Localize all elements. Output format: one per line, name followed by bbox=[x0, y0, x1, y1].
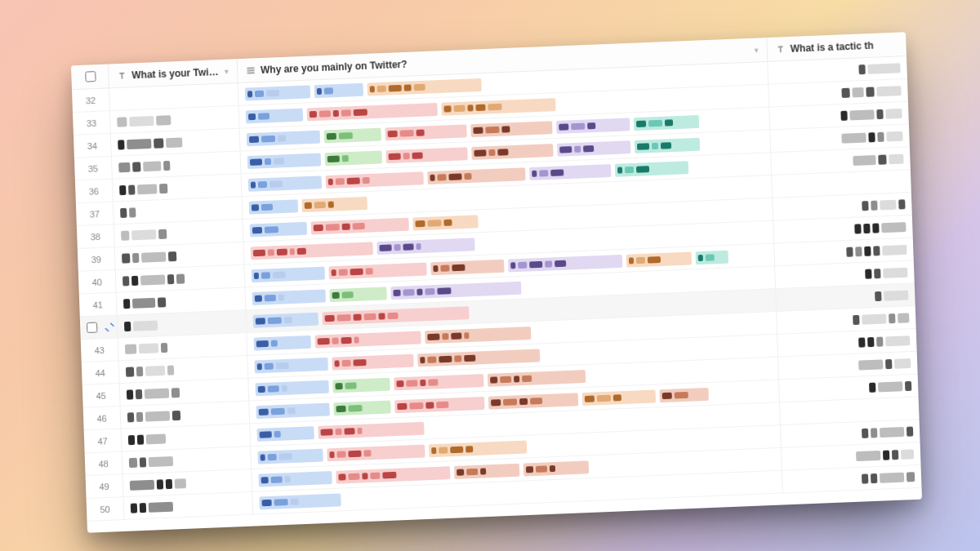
tag-chip-green[interactable] bbox=[332, 377, 390, 393]
tag-chip-pink[interactable] bbox=[251, 242, 373, 260]
row-number-cell[interactable]: 40 bbox=[78, 270, 117, 294]
row-number-cell[interactable]: 37 bbox=[76, 202, 114, 225]
tag-chip-violet[interactable] bbox=[529, 164, 611, 180]
tag-chip-pink[interactable] bbox=[326, 171, 424, 189]
redacted-text bbox=[140, 503, 146, 513]
tag-chip-pink[interactable] bbox=[327, 444, 425, 461]
redacted-text bbox=[412, 152, 422, 158]
redacted-text bbox=[251, 181, 256, 188]
select-all-header[interactable] bbox=[71, 64, 109, 90]
row-number-cell[interactable]: 34 bbox=[74, 134, 112, 158]
tag-chip-rust[interactable] bbox=[417, 349, 540, 367]
tag-chip-blue[interactable] bbox=[256, 426, 314, 442]
tag-chip-blue[interactable] bbox=[253, 312, 318, 327]
tag-chip-rust[interactable] bbox=[488, 393, 578, 409]
tag-chip-rust[interactable] bbox=[454, 463, 519, 478]
cell-handle[interactable] bbox=[122, 447, 252, 473]
tag-chip-blue[interactable] bbox=[252, 266, 325, 282]
tag-chip-pink[interactable] bbox=[318, 421, 424, 438]
tag-chip-pink[interactable] bbox=[385, 147, 467, 163]
tag-chip-violet[interactable] bbox=[376, 238, 474, 255]
tag-chip-pink[interactable] bbox=[322, 306, 469, 325]
tag-chip-violet[interactable] bbox=[556, 118, 630, 134]
tag-chip-blue[interactable] bbox=[246, 108, 303, 123]
tag-chip-green[interactable] bbox=[324, 127, 381, 143]
tag-chip-violet[interactable] bbox=[557, 140, 630, 157]
tag-chip-blue[interactable] bbox=[247, 130, 320, 146]
redacted-text bbox=[333, 109, 339, 116]
tag-chip-pink[interactable] bbox=[328, 262, 426, 279]
chevron-down-icon[interactable]: ▾ bbox=[750, 46, 759, 54]
tag-chip-orange[interactable] bbox=[582, 389, 656, 406]
row-number-cell[interactable]: 36 bbox=[75, 180, 114, 203]
tag-chip-pink[interactable] bbox=[394, 374, 483, 390]
row-number-cell[interactable]: 46 bbox=[83, 407, 122, 430]
tag-chip-blue[interactable] bbox=[257, 448, 323, 464]
tag-chip-blue[interactable] bbox=[258, 471, 332, 487]
tag-chip-blue[interactable] bbox=[248, 176, 322, 192]
select-all-checkbox[interactable] bbox=[85, 71, 96, 82]
tag-chip-pink[interactable] bbox=[307, 103, 438, 121]
tag-chip-pink[interactable] bbox=[311, 217, 409, 234]
tag-chip-rust[interactable] bbox=[430, 259, 504, 275]
row-number-cell[interactable]: 38 bbox=[77, 224, 115, 248]
tag-chip-pink[interactable] bbox=[385, 124, 466, 140]
row-number-cell[interactable]: 47 bbox=[84, 429, 122, 453]
tag-chip-rust[interactable] bbox=[659, 387, 708, 402]
tag-chip-violet[interactable] bbox=[508, 254, 622, 272]
tag-chip-teal[interactable] bbox=[696, 250, 728, 264]
tag-chip-blue[interactable] bbox=[247, 153, 321, 169]
tag-chip-blue[interactable] bbox=[314, 82, 363, 97]
row-number-cell[interactable]: 39 bbox=[78, 247, 116, 271]
tag-chip-rust[interactable] bbox=[523, 460, 589, 476]
tag-chip-pink[interactable] bbox=[314, 331, 421, 348]
tag-chip-rust[interactable] bbox=[488, 370, 586, 387]
cell-handle[interactable] bbox=[123, 469, 253, 496]
tag-chip-blue[interactable] bbox=[250, 221, 307, 237]
tag-chip-teal[interactable] bbox=[634, 114, 699, 130]
tag-chip-violet[interactable] bbox=[390, 281, 521, 299]
row-number-cell[interactable]: 35 bbox=[74, 157, 113, 180]
tag-chip-blue[interactable] bbox=[255, 380, 328, 396]
tag-chip-rust[interactable] bbox=[471, 144, 553, 160]
tag-chip-blue[interactable] bbox=[252, 289, 326, 305]
row-number-cell[interactable]: 41 bbox=[79, 293, 118, 317]
column-header-handle[interactable]: What is your Twitte… ▾ bbox=[109, 59, 238, 87]
tag-chip-pink[interactable] bbox=[336, 466, 450, 484]
tag-chip-orange[interactable] bbox=[412, 215, 478, 230]
tag-chip-orange[interactable] bbox=[626, 251, 692, 267]
tag-chip-rust[interactable] bbox=[470, 121, 552, 137]
column-header-tactic[interactable]: What is a tactic th bbox=[767, 32, 906, 61]
tag-chip-blue[interactable] bbox=[249, 199, 298, 214]
tag-chip-teal[interactable] bbox=[615, 161, 688, 177]
tag-chip-orange[interactable] bbox=[441, 98, 555, 116]
tag-chip-green[interactable] bbox=[329, 287, 386, 302]
tag-chip-orange[interactable] bbox=[302, 196, 368, 211]
tag-chip-orange[interactable] bbox=[367, 78, 481, 96]
expand-record-icon[interactable] bbox=[104, 322, 114, 331]
tag-chip-blue[interactable] bbox=[245, 85, 310, 100]
tag-chip-orange[interactable] bbox=[429, 440, 527, 457]
tag-chip-pink[interactable] bbox=[332, 353, 413, 370]
tag-chip-green[interactable] bbox=[333, 400, 390, 415]
tag-chip-blue[interactable] bbox=[254, 335, 311, 350]
tag-chip-green[interactable] bbox=[325, 150, 382, 166]
tag-chip-blue[interactable] bbox=[255, 357, 328, 373]
tag-chip-rust[interactable] bbox=[425, 327, 531, 344]
row-checkbox[interactable] bbox=[87, 322, 97, 333]
tag-chip-blue[interactable] bbox=[256, 402, 329, 419]
row-number-cell[interactable]: 44 bbox=[82, 361, 120, 384]
redacted-text bbox=[129, 457, 137, 467]
row-number-cell[interactable]: 45 bbox=[82, 384, 121, 407]
cell-handle[interactable] bbox=[122, 424, 252, 451]
redacted-text bbox=[443, 219, 452, 225]
tag-chip-blue[interactable] bbox=[259, 493, 341, 509]
row-number-cell[interactable]: 49 bbox=[86, 474, 124, 498]
row-number-cell[interactable] bbox=[80, 316, 118, 340]
tag-chip-teal[interactable] bbox=[635, 137, 700, 153]
row-number-cell[interactable]: 48 bbox=[85, 452, 123, 476]
row-number-cell[interactable]: 50 bbox=[87, 497, 125, 521]
tag-chip-pink[interactable] bbox=[394, 396, 484, 412]
row-number-cell[interactable]: 43 bbox=[81, 338, 119, 362]
tag-chip-rust[interactable] bbox=[427, 167, 525, 184]
